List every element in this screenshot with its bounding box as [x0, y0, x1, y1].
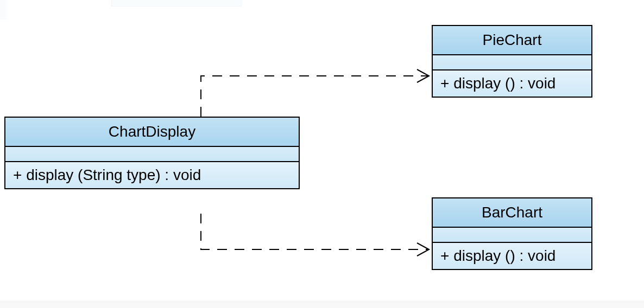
method-row: + display () : void	[440, 247, 584, 265]
class-attributes-chartdisplay	[5, 147, 299, 162]
ghost-artifact-left	[0, 0, 7, 20]
ghost-artifact-top	[111, 0, 242, 7]
class-title-piechart: PieChart	[433, 26, 591, 55]
dependency-arrow-barchart	[201, 214, 428, 249]
uml-class-barchart: BarChart + display () : void	[432, 197, 592, 270]
arrowhead-icon	[417, 243, 429, 256]
class-attributes-barchart	[433, 228, 591, 243]
class-methods-chartdisplay: + display (String type) : void	[5, 162, 299, 188]
method-row: + display (String type) : void	[13, 166, 291, 184]
method-row: + display () : void	[440, 75, 584, 92]
ghost-artifact-bottom	[0, 300, 644, 308]
class-attributes-piechart	[433, 55, 591, 70]
class-methods-piechart: + display () : void	[433, 70, 591, 97]
class-title-chartdisplay: ChartDisplay	[5, 118, 299, 147]
class-methods-barchart: + display () : void	[433, 243, 591, 269]
uml-class-piechart: PieChart + display () : void	[432, 25, 592, 98]
uml-class-chartdisplay: ChartDisplay + display (String type) : v…	[4, 117, 300, 189]
arrowhead-icon	[417, 69, 429, 82]
dependency-arrow-piechart	[201, 76, 428, 117]
class-title-barchart: BarChart	[433, 198, 591, 228]
